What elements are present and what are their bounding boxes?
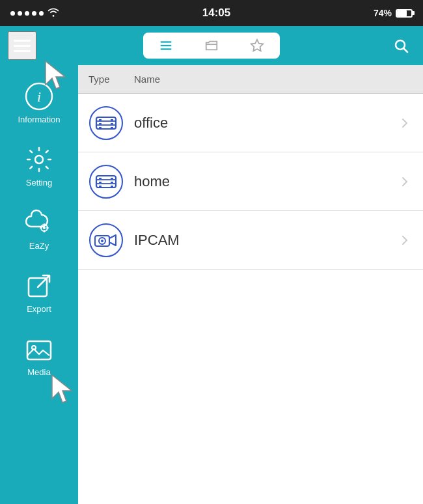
gear-icon [25,145,53,174]
sidebar-item-export[interactable]: Export [0,261,78,324]
sidebar: i Information Setting EaZy [0,65,78,504]
svg-rect-22 [99,127,102,128]
svg-rect-31 [99,182,102,183]
svg-rect-24 [111,123,113,124]
status-time: 14:05 [202,7,230,20]
table-row[interactable]: office [78,94,423,152]
eazy-icon [25,208,53,237]
svg-point-39 [101,240,103,242]
table-row[interactable]: IPCAM [78,211,423,270]
col-header-name: Name [134,74,413,85]
table-row[interactable]: home [78,152,423,211]
device-type-icon-home [89,164,134,199]
sidebar-item-setting[interactable]: Setting [0,135,78,198]
sidebar-item-label-media: Media [27,367,50,377]
tab-list-button[interactable] [143,33,189,59]
sidebar-item-label-information: Information [18,115,60,124]
svg-rect-14 [27,341,51,359]
svg-rect-33 [111,178,113,179]
svg-line-6 [404,49,408,53]
svg-point-9 [35,156,43,163]
media-icon [25,335,53,363]
svg-text:i: i [37,89,41,105]
row-arrow-home [397,174,413,189]
device-type-icon-ipcam [89,223,134,258]
svg-marker-4 [251,40,263,51]
tab-favorite-button[interactable] [234,33,280,59]
sidebar-item-label-export: Export [27,304,51,314]
sidebar-item-media[interactable]: Media [0,324,78,387]
battery-indicator: 74% [374,8,413,18]
sidebar-item-label-setting: Setting [26,178,52,188]
content-area: Type Name office [78,65,423,504]
svg-rect-20 [99,119,102,120]
col-header-type: Type [89,74,134,85]
svg-rect-34 [111,182,113,183]
sidebar-item-label-eazy: EaZy [29,241,49,251]
info-icon: i [25,82,53,111]
row-arrow-ipcam [397,232,413,248]
wifi-icon [48,8,59,19]
svg-rect-23 [111,119,113,120]
export-icon [25,272,53,300]
svg-point-16 [90,107,122,139]
table-header: Type Name [78,65,423,94]
svg-rect-35 [111,186,113,187]
hamburger-line [14,45,31,47]
search-button[interactable] [387,31,415,60]
svg-rect-21 [99,123,102,124]
toolbar [0,26,423,65]
status-bar: 14:05 74% [0,0,423,26]
device-name-home: home [134,173,397,190]
svg-rect-32 [99,186,102,187]
sidebar-item-information[interactable]: i Information [0,72,78,135]
signal-dots [10,11,44,16]
tab-folder-button[interactable] [189,33,234,59]
view-tab-group [43,33,380,59]
battery-icon [396,9,413,18]
svg-point-26 [90,165,122,198]
svg-point-11 [43,227,46,229]
row-arrow-office [397,115,413,131]
svg-rect-30 [99,178,102,179]
hamburger-button[interactable] [8,31,36,60]
hamburger-line [14,40,31,42]
battery-percentage: 74% [374,8,392,18]
sidebar-item-eazy[interactable]: EaZy [0,198,78,261]
svg-rect-25 [111,127,113,128]
signal-indicators [10,8,59,19]
main-layout: i Information Setting EaZy [0,65,423,504]
device-name-ipcam: IPCAM [134,232,397,249]
device-type-icon-office [89,105,134,141]
device-name-office: office [134,115,397,132]
hamburger-line [14,50,31,52]
